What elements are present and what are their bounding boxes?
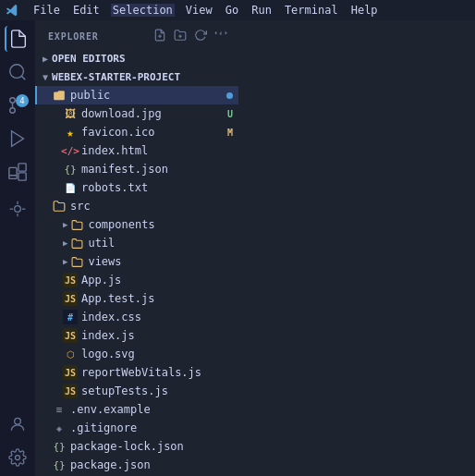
- svg-point-0: [10, 65, 24, 79]
- new-file-icon[interactable]: [152, 28, 168, 45]
- menu-go[interactable]: Go: [224, 4, 240, 17]
- svg-point-10: [15, 206, 21, 213]
- editor-area: [238, 20, 475, 476]
- chevron-components-icon: ▶: [63, 220, 67, 229]
- file-favicon-ico[interactable]: ★ favicon.ico M: [35, 123, 238, 141]
- menu-help[interactable]: Help: [349, 4, 380, 17]
- titlebar: File Edit Selection View Go Run Terminal…: [0, 0, 475, 20]
- file-index-css[interactable]: # index.css: [35, 308, 238, 326]
- file-app-test-js[interactable]: JS App.test.js: [35, 289, 238, 308]
- chevron-right-icon: ▶: [43, 54, 48, 64]
- badge-untracked: U: [227, 109, 233, 119]
- file-index-js[interactable]: JS index.js: [35, 326, 238, 345]
- menu-view[interactable]: View: [184, 4, 214, 17]
- file-download-jpg[interactable]: 🖼 download.jpg U: [35, 104, 238, 123]
- menu-file[interactable]: File: [31, 4, 62, 17]
- file-robots-txt-label: robots.txt: [81, 181, 238, 194]
- file-package-lock-json-label: package-lock.json: [70, 440, 238, 453]
- folder-public[interactable]: public: [35, 86, 238, 104]
- file-logo-svg[interactable]: ⬡ logo.svg: [35, 345, 238, 363]
- file-reportwebvitals-js-label: reportWebVitals.js: [81, 366, 238, 379]
- file-manifest-json[interactable]: {} manifest.json: [35, 160, 238, 178]
- activity-run[interactable]: [5, 126, 30, 152]
- file-package-json[interactable]: {} package.json: [35, 456, 238, 474]
- open-editors-label: OPEN EDITORS: [52, 53, 125, 65]
- activity-files[interactable]: [5, 26, 30, 52]
- sidebar-header-actions: [152, 28, 229, 45]
- menu-selection[interactable]: Selection: [111, 4, 175, 17]
- chevron-views-icon: ▶: [63, 257, 67, 266]
- folder-views-label: views: [88, 255, 238, 268]
- activity-extensions[interactable]: [5, 159, 30, 185]
- image-file-icon: 🖼: [63, 106, 78, 121]
- file-index-html[interactable]: </> index.html: [35, 141, 238, 160]
- activity-remote[interactable]: [5, 196, 30, 222]
- file-app-test-js-label: App.test.js: [81, 292, 238, 305]
- file-index-html-label: index.html: [81, 144, 238, 157]
- gitignore-file-icon: ◈: [52, 421, 67, 435]
- json-file-icon-lock: {}: [52, 439, 67, 454]
- svg-rect-7: [18, 164, 26, 171]
- file-setuptests-js[interactable]: JS setupTests.js: [35, 382, 238, 400]
- badge-modified-favicon: M: [227, 128, 233, 138]
- file-tree: ▶ OPEN EDITORS ▼ WEBEX-STARTER-PROJECT p…: [35, 49, 238, 476]
- svg-rect-8: [18, 173, 26, 180]
- folder-views[interactable]: ▶ views: [35, 252, 238, 271]
- folder-util[interactable]: ▶ util: [35, 234, 238, 252]
- css-file-icon: #: [63, 310, 78, 324]
- activity-settings[interactable]: [5, 445, 30, 470]
- svg-line-1: [21, 76, 25, 79]
- refresh-icon[interactable]: [192, 28, 209, 45]
- file-app-js[interactable]: JS App.js: [35, 271, 238, 289]
- file-robots-txt[interactable]: 📄 robots.txt: [35, 178, 238, 197]
- menu-edit[interactable]: Edit: [71, 4, 102, 17]
- folder-components[interactable]: ▶ components: [35, 215, 238, 234]
- folder-util-label: util: [88, 237, 238, 250]
- vscode-logo-icon: [6, 4, 18, 17]
- file-app-js-label: App.js: [81, 274, 238, 287]
- activity-accounts[interactable]: [5, 411, 30, 437]
- file-index-css-label: index.css: [81, 311, 238, 323]
- source-control-badge: 4: [16, 94, 29, 107]
- sidebar-title: EXPLORER: [35, 20, 238, 49]
- chevron-util-icon: ▶: [63, 238, 67, 248]
- folder-components-icon: [69, 217, 84, 232]
- svg-point-11: [15, 418, 21, 424]
- folder-src[interactable]: src: [35, 197, 238, 215]
- js-file-icon-index: JS: [63, 328, 78, 343]
- folder-src-label: src: [70, 200, 238, 213]
- collapse-all-icon[interactable]: [213, 28, 229, 45]
- file-package-lock-json[interactable]: {} package-lock.json: [35, 437, 238, 456]
- txt-file-icon: 📄: [63, 180, 78, 195]
- folder-views-icon: [69, 254, 84, 269]
- file-package-json-label: package.json: [70, 458, 238, 471]
- folder-public-label: public: [70, 89, 226, 102]
- file-download-jpg-label: download.jpg: [81, 107, 227, 120]
- project-section[interactable]: ▼ WEBEX-STARTER-PROJECT: [35, 67, 238, 86]
- svg-rect-6: [9, 167, 17, 175]
- favicon-file-icon: ★: [63, 125, 78, 140]
- menu-terminal[interactable]: Terminal: [283, 4, 340, 17]
- file-gitignore[interactable]: ◈ .gitignore: [35, 419, 238, 437]
- file-setuptests-js-label: setupTests.js: [81, 384, 238, 397]
- menu-run[interactable]: Run: [250, 4, 274, 17]
- folder-src-icon: [52, 199, 67, 214]
- modified-dot: [226, 92, 233, 99]
- file-favicon-ico-label: favicon.ico: [81, 126, 227, 139]
- project-label: WEBEX-STARTER-PROJECT: [52, 71, 180, 83]
- activity-source-control[interactable]: 4: [5, 92, 30, 118]
- activity-search[interactable]: [5, 59, 30, 85]
- file-index-js-label: index.js: [81, 329, 238, 342]
- js-file-icon-app: JS: [63, 273, 78, 287]
- activity-bar: 4: [0, 20, 35, 476]
- svg-point-2: [10, 98, 16, 104]
- json-file-icon: {}: [63, 162, 78, 177]
- env-file-icon: ≡: [52, 402, 67, 417]
- new-folder-icon[interactable]: [172, 28, 189, 45]
- file-env-example[interactable]: ≡ .env.example: [35, 400, 238, 419]
- file-reportwebvitals-js[interactable]: JS reportWebVitals.js: [35, 363, 238, 382]
- svg-point-3: [10, 108, 16, 114]
- menu-bar: File Edit Selection View Go Run Terminal…: [31, 4, 380, 17]
- js-file-icon-apptest: JS: [63, 291, 78, 306]
- open-editors-section[interactable]: ▶ OPEN EDITORS: [35, 49, 238, 67]
